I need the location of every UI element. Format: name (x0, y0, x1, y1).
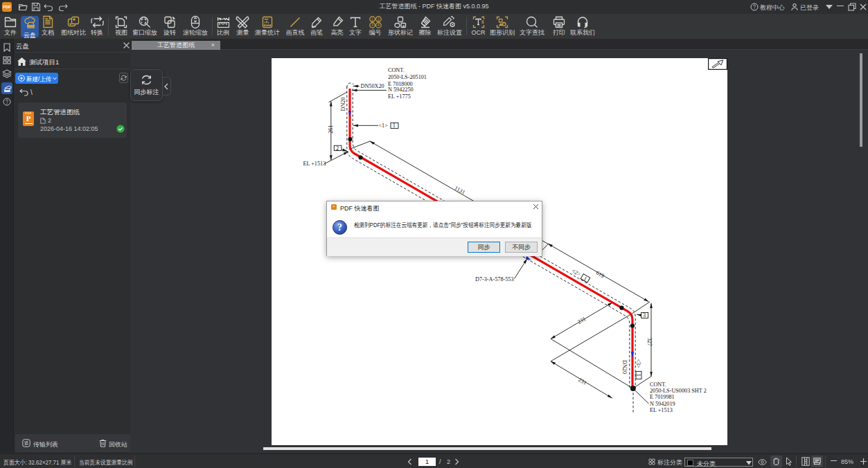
svg-text:D7-3-A-578-553: D7-3-A-578-553 (475, 276, 513, 282)
svg-text:N 5942250: N 5942250 (388, 87, 414, 93)
svg-text:2: 2 (336, 145, 339, 152)
svg-text:261: 261 (328, 125, 334, 133)
svg-text:231: 231 (577, 377, 587, 386)
svg-text:1: 1 (635, 374, 641, 377)
svg-text:619: 619 (595, 269, 605, 279)
svg-text:<2>: <2> (571, 268, 582, 278)
svg-text:1: 1 (393, 123, 396, 129)
svg-text:231: 231 (576, 316, 587, 325)
svg-text:1: 1 (371, 17, 373, 21)
svg-text:EL +1775: EL +1775 (388, 93, 411, 100)
svg-text:<3>: <3> (635, 359, 641, 368)
svg-text:DN20: DN20 (621, 360, 628, 374)
svg-text:<1>: <1> (379, 123, 389, 129)
svg-text:DN20: DN20 (340, 97, 346, 111)
svg-text:2050-LS-205101: 2050-LS-205101 (388, 74, 427, 80)
svg-text:CONT.: CONT. (650, 381, 666, 388)
svg-text:1: 1 (583, 276, 588, 282)
svg-text:4: 4 (377, 23, 379, 27)
svg-text:1131: 1131 (454, 185, 466, 196)
svg-text:EL +1513: EL +1513 (650, 407, 673, 413)
svg-text:2: 2 (377, 17, 379, 21)
svg-text:DN50X20: DN50X20 (361, 83, 384, 89)
svg-text:3: 3 (643, 312, 646, 318)
svg-text:CONT.: CONT. (388, 67, 405, 73)
svg-text:3: 3 (371, 23, 373, 27)
svg-text:N 5942019: N 5942019 (650, 401, 675, 407)
svg-text:EL +1513: EL +1513 (303, 161, 326, 167)
svg-text:E 7019981: E 7019981 (650, 394, 675, 400)
svg-text:2050-LS-US0003 SHT 2: 2050-LS-US0003 SHT 2 (650, 388, 707, 394)
svg-text:327: 327 (646, 338, 653, 346)
